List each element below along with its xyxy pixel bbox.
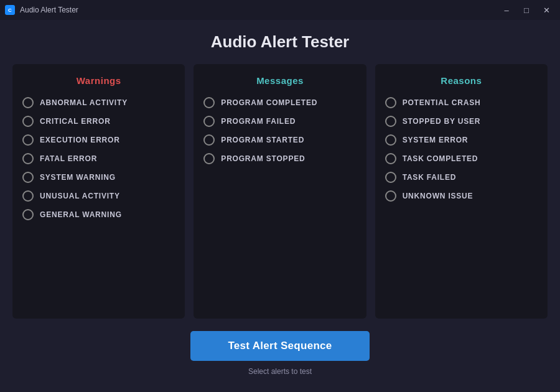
radio-stopped-by-user[interactable] bbox=[385, 116, 396, 127]
list-item[interactable]: TASK COMPLETED bbox=[385, 153, 538, 164]
reasons-panel: Reasons POTENTIAL CRASH STOPPED BY USER … bbox=[375, 64, 548, 319]
list-item[interactable]: PROGRAM STARTED bbox=[203, 134, 356, 146]
label-program-started: PROGRAM STARTED bbox=[221, 136, 304, 144]
maximize-button[interactable]: □ bbox=[518, 4, 535, 16]
select-hint: Select alerts to test bbox=[248, 367, 312, 376]
list-item[interactable]: PROGRAM FAILED bbox=[203, 116, 356, 127]
minimize-button[interactable]: – bbox=[498, 4, 515, 16]
list-item[interactable]: SYSTEM ERROR bbox=[385, 134, 538, 146]
label-fatal-error: FATAL ERROR bbox=[40, 154, 97, 163]
label-abnormal-activity: ABNORMAL ACTIVITY bbox=[40, 98, 128, 107]
reasons-header: Reasons bbox=[385, 75, 538, 86]
list-item[interactable]: ABNORMAL ACTIVITY bbox=[22, 97, 175, 108]
label-program-failed: PROGRAM FAILED bbox=[221, 117, 296, 126]
list-item[interactable]: TASK FAILED bbox=[385, 172, 538, 183]
label-system-warning: SYSTEM WARNING bbox=[40, 173, 116, 182]
list-item[interactable]: STOPPED BY USER bbox=[385, 116, 538, 127]
list-item[interactable]: GENERAL WARNING bbox=[22, 209, 175, 220]
radio-program-completed[interactable] bbox=[203, 97, 215, 108]
warnings-header: Warnings bbox=[22, 75, 175, 86]
radio-system-warning[interactable] bbox=[22, 172, 34, 183]
warnings-panel: Warnings ABNORMAL ACTIVITY CRITICAL ERRO… bbox=[12, 64, 185, 319]
label-critical-error: CRITICAL ERROR bbox=[40, 117, 111, 126]
radio-task-failed[interactable] bbox=[385, 172, 396, 183]
title-bar: C Audio Alert Tester – □ ✕ bbox=[0, 0, 560, 20]
label-task-completed: TASK COMPLETED bbox=[403, 154, 478, 163]
page-title: Audio Alert Tester bbox=[12, 32, 548, 52]
list-item[interactable]: EXECUTION ERROR bbox=[22, 134, 175, 146]
label-execution-error: EXECUTION ERROR bbox=[40, 136, 120, 144]
list-item[interactable]: PROGRAM STOPPED bbox=[203, 153, 356, 164]
list-item[interactable]: PROGRAM COMPLETED bbox=[203, 97, 356, 108]
radio-general-warning[interactable] bbox=[22, 209, 34, 220]
radio-execution-error[interactable] bbox=[22, 134, 34, 146]
list-item[interactable]: POTENTIAL CRASH bbox=[385, 97, 538, 108]
radio-system-error[interactable] bbox=[385, 134, 396, 146]
title-bar-left: C Audio Alert Tester bbox=[5, 5, 78, 15]
label-system-error: SYSTEM ERROR bbox=[403, 136, 469, 144]
label-program-stopped: PROGRAM STOPPED bbox=[221, 154, 305, 163]
title-bar-title: Audio Alert Tester bbox=[20, 6, 78, 14]
radio-abnormal-activity[interactable] bbox=[22, 97, 34, 108]
list-item[interactable]: UNUSUAL ACTIVITY bbox=[22, 190, 175, 202]
test-alert-sequence-button[interactable]: Test Alert Sequence bbox=[190, 331, 369, 361]
list-item[interactable]: FATAL ERROR bbox=[22, 153, 175, 164]
bottom-section: Test Alert Sequence Select alerts to tes… bbox=[12, 331, 548, 382]
messages-header: Messages bbox=[203, 75, 356, 86]
list-item[interactable]: CRITICAL ERROR bbox=[22, 116, 175, 127]
radio-unknown-issue[interactable] bbox=[385, 190, 396, 202]
radio-program-started[interactable] bbox=[203, 134, 215, 146]
label-stopped-by-user: STOPPED BY USER bbox=[403, 117, 481, 126]
svg-text:C: C bbox=[8, 7, 12, 13]
panels-row: Warnings ABNORMAL ACTIVITY CRITICAL ERRO… bbox=[12, 64, 548, 319]
radio-program-stopped[interactable] bbox=[203, 153, 215, 164]
main-content: Audio Alert Tester Warnings ABNORMAL ACT… bbox=[0, 20, 560, 392]
radio-unusual-activity[interactable] bbox=[22, 190, 34, 202]
label-general-warning: GENERAL WARNING bbox=[40, 210, 122, 219]
radio-program-failed[interactable] bbox=[203, 116, 215, 127]
label-task-failed: TASK FAILED bbox=[403, 173, 457, 182]
radio-fatal-error[interactable] bbox=[22, 153, 34, 164]
list-item[interactable]: UNKNOWN ISSUE bbox=[385, 190, 538, 202]
list-item[interactable]: SYSTEM WARNING bbox=[22, 172, 175, 183]
radio-critical-error[interactable] bbox=[22, 116, 34, 127]
close-button[interactable]: ✕ bbox=[538, 4, 555, 16]
label-unknown-issue: UNKNOWN ISSUE bbox=[403, 192, 474, 200]
title-bar-controls: – □ ✕ bbox=[498, 4, 555, 16]
label-unusual-activity: UNUSUAL ACTIVITY bbox=[40, 192, 120, 200]
messages-panel: Messages PROGRAM COMPLETED PROGRAM FAILE… bbox=[194, 64, 366, 319]
radio-task-completed[interactable] bbox=[385, 153, 396, 164]
radio-potential-crash[interactable] bbox=[385, 97, 396, 108]
app-icon: C bbox=[5, 5, 15, 15]
label-program-completed: PROGRAM COMPLETED bbox=[221, 98, 317, 107]
label-potential-crash: POTENTIAL CRASH bbox=[403, 98, 481, 107]
